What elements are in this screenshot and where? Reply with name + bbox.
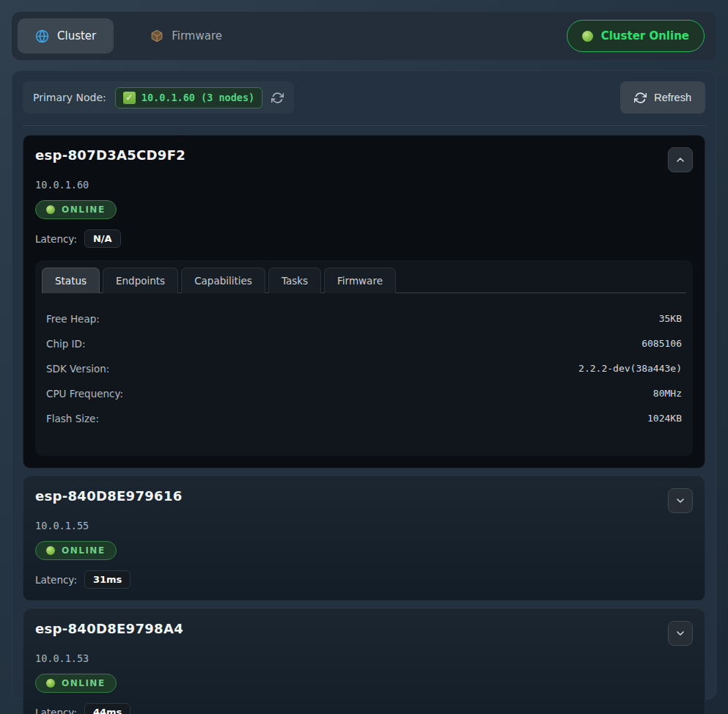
refresh-icon [634,92,647,104]
tab-endpoints[interactable]: Endpoints [103,268,178,293]
latency-row: Latency: N/A [35,229,693,248]
check-icon: ✓ [123,92,136,104]
node-name: esp-840D8E9798A4 [35,621,183,636]
online-status-label: ONLINE [62,545,106,556]
green-status-dot-icon [46,546,55,555]
online-status-label: ONLINE [62,205,106,215]
top-navbar: Cluster Firmware Cluster Online [12,12,716,60]
tabs-row: Status Endpoints Capabilities Tasks Firm… [42,267,686,293]
cluster-online-badge: Cluster Online [567,20,705,52]
online-status-badge: ONLINE [35,541,117,560]
node-ip: 10.0.1.53 [35,652,693,664]
latency-value: 31ms [84,570,130,589]
stat-label: SDK Version: [46,363,109,375]
latency-label: Latency: [35,233,77,245]
status-tab-content: Free Heap: 35KB Chip ID: 6085106 SDK Ver… [42,293,686,456]
cluster-panel: Primary Node: ✓ 10.0.1.60 (3 nodes) [12,70,716,699]
latency-row: Latency: 31ms [35,570,693,589]
card-header: esp-840D8E979616 [35,488,693,513]
stat-label: Flash Size: [46,413,99,424]
green-status-dot-icon [46,679,55,688]
stat-label: Free Heap: [46,313,100,325]
tab-firmware[interactable]: Firmware [324,268,396,293]
stat-value: 1024KB [647,413,682,424]
nav-tab-label: Firmware [172,29,222,43]
stat-row-chip-id: Chip ID: 6085106 [46,334,682,353]
latency-row: Latency: 44ms [35,703,693,714]
expand-button[interactable] [668,621,693,646]
sync-spinner-icon [271,92,284,104]
package-icon [150,29,163,43]
primary-node-badge: ✓ 10.0.1.60 (3 nodes) [115,87,262,108]
green-status-dot-icon [582,31,593,42]
toolbar: Primary Node: ✓ 10.0.1.60 (3 nodes) [23,81,705,114]
green-status-dot-icon [46,205,55,214]
tab-tasks[interactable]: Tasks [268,268,321,293]
stat-value: 80MHz [653,388,682,399]
chevron-down-icon [674,495,686,507]
nav-tab-label: Cluster [57,29,96,43]
primary-node-label: Primary Node: [33,92,106,103]
nav-tab-firmware[interactable]: Firmware [133,18,240,54]
cluster-online-label: Cluster Online [601,29,689,43]
stat-value: 6085106 [641,338,682,349]
card-header: esp-807D3A5CD9F2 [35,147,693,172]
node-name: esp-807D3A5CD9F2 [35,147,185,163]
refresh-label: Refresh [654,92,691,103]
latency-value: N/A [84,229,121,248]
node-card-esp-840D8E9798A4: esp-840D8E9798A4 10.0.1.53 ONLINE Latenc… [23,608,705,714]
latency-label: Latency: [35,574,77,586]
online-status-badge: ONLINE [35,674,117,693]
primary-node-value: 10.0.1.60 (3 nodes) [141,92,254,103]
latency-value: 44ms [84,703,130,714]
toolbar-divider [23,125,705,126]
stat-value: 2.2.2-dev(38a443e) [578,363,682,374]
refresh-button[interactable]: Refresh [620,81,705,114]
chevron-up-icon [674,154,686,166]
online-status-label: ONLINE [62,678,106,688]
expand-button[interactable] [668,488,693,513]
stat-row-sdk-version: SDK Version: 2.2.2-dev(38a443e) [46,359,682,378]
stat-label: Chip ID: [46,338,86,350]
chevron-down-icon [674,627,686,639]
stat-value: 35KB [659,313,682,324]
stat-row-free-heap: Free Heap: 35KB [46,309,682,328]
tab-status[interactable]: Status [42,268,100,293]
stat-row-cpu-frequency: CPU Frequency: 80MHz [46,384,682,402]
online-status-badge: ONLINE [35,200,117,219]
latency-label: Latency: [35,707,77,714]
tab-capabilities[interactable]: Capabilities [181,268,265,293]
node-detail-tabs-box: Status Endpoints Capabilities Tasks Firm… [35,260,693,456]
node-card-esp-840D8E979616: esp-840D8E979616 10.0.1.55 ONLINE Latenc… [23,476,705,601]
nav-tab-cluster[interactable]: Cluster [18,18,114,54]
node-ip: 10.0.1.55 [35,520,693,531]
node-name: esp-840D8E979616 [35,488,183,504]
stat-row-flash-size: Flash Size: 1024KB [46,409,682,427]
primary-node-bar: Primary Node: ✓ 10.0.1.60 (3 nodes) [23,81,294,114]
globe-icon [35,29,49,43]
node-card-esp-807D3A5CD9F2: esp-807D3A5CD9F2 10.0.1.60 ONLINE Latenc… [23,135,705,468]
stat-label: CPU Frequency: [46,388,123,400]
collapse-button[interactable] [668,147,693,172]
node-ip: 10.0.1.60 [35,179,693,191]
card-header: esp-840D8E9798A4 [35,621,693,646]
